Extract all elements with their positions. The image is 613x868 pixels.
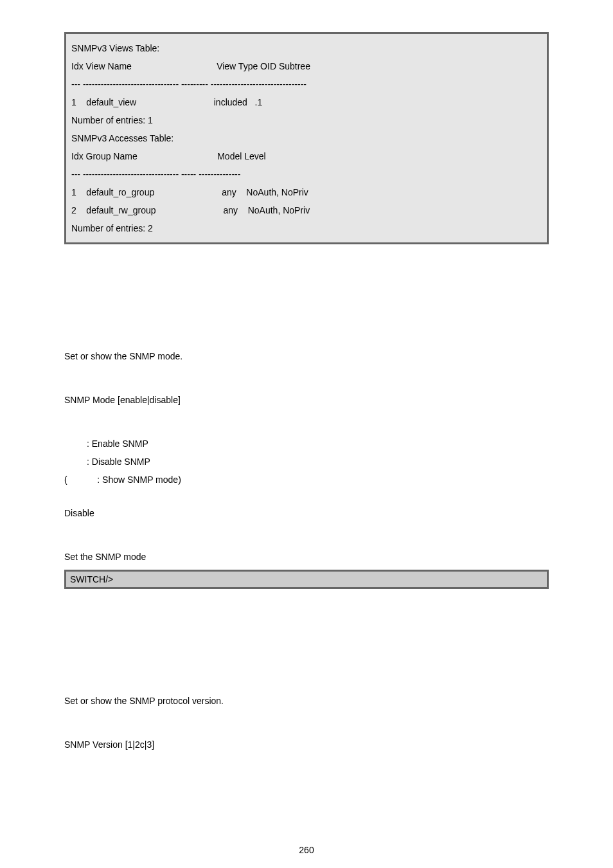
page-number: 260: [0, 845, 613, 855]
snmp-mode-desc: Set or show the SNMP mode.: [64, 347, 549, 365]
views-row-1: 1 default_view included .1: [71, 93, 542, 111]
snmp-mode-param-show: ( : Show SNMP mode): [64, 471, 549, 489]
snmp-mode-param-disable: : Disable SNMP: [64, 453, 549, 471]
accesses-row-1: 1 default_ro_group any NoAuth, NoPriv: [71, 183, 542, 201]
accesses-count: Number of entries: 2: [71, 219, 542, 237]
accesses-sep: --- -------------------------------- ---…: [71, 165, 542, 183]
views-count: Number of entries: 1: [71, 111, 542, 129]
views-title: SNMPv3 Views Table:: [71, 39, 542, 57]
views-header: Idx View Name View Type OID Subtree: [71, 57, 542, 75]
snmp-mode-syntax: SNMP Mode [enable|disable]: [64, 391, 549, 409]
command-box: SWITCH/>: [64, 570, 549, 589]
snmp-tables-box: SNMPv3 Views Table: Idx View Name View T…: [64, 32, 549, 244]
accesses-header: Idx Group Name Model Level: [71, 147, 542, 165]
accesses-row-2: 2 default_rw_group any NoAuth, NoPriv: [71, 201, 542, 219]
command-text: SWITCH/>: [70, 574, 113, 584]
snmp-version-syntax: SNMP Version [1|2c|3]: [64, 736, 549, 754]
snmp-mode-param-enable: : Enable SNMP: [64, 435, 549, 453]
snmp-version-desc: Set or show the SNMP protocol version.: [64, 692, 549, 710]
snmp-mode-example-label: Set the SNMP mode: [64, 548, 549, 566]
accesses-title: SNMPv3 Accesses Table:: [71, 129, 542, 147]
views-sep: --- -------------------------------- ---…: [71, 75, 542, 93]
snmp-mode-default: Disable: [64, 504, 549, 522]
